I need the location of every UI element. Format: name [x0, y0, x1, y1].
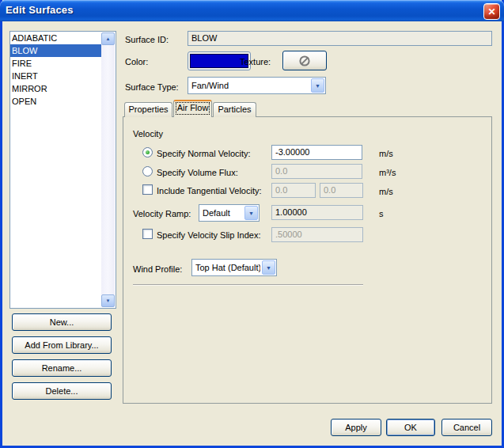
scroll-down-button[interactable]: ▼ — [101, 294, 115, 307]
include-tangential-velocity-checkbox[interactable] — [142, 184, 153, 195]
scroll-up-icon: ▲ — [106, 36, 111, 41]
velocity-ramp-dropdown[interactable]: Default ▼ — [199, 204, 260, 222]
texture-label: Texture: — [240, 57, 271, 66]
tab-air-flow[interactable]: Air Flow — [173, 100, 212, 117]
scroll-down-icon: ▼ — [106, 298, 111, 303]
list-item[interactable]: MIRROR — [10, 82, 102, 95]
specify-normal-velocity-label: Specify Normal Velocity: — [157, 149, 251, 158]
surface-type-label: Surface Type: — [125, 82, 179, 92]
chevron-down-icon[interactable]: ▼ — [311, 78, 324, 93]
surface-type-value: Fan/Wind — [191, 81, 309, 90]
delete-button[interactable]: Delete... — [12, 382, 112, 400]
no-texture-icon — [298, 55, 311, 64]
texture-button[interactable] — [282, 51, 327, 70]
close-button[interactable]: ✕ — [483, 3, 500, 20]
apply-button[interactable]: Apply — [331, 419, 381, 436]
edit-surfaces-dialog: Edit Surfaces ✕ ADIABATIC BLOW FIRE INER… — [0, 0, 504, 448]
radio-selected-dot — [146, 150, 150, 154]
list-scrollbar[interactable]: ▲ ▼ — [101, 32, 115, 307]
velocity-ramp-time-field: 1.00000 — [271, 205, 363, 220]
list-item[interactable]: FIRE — [10, 57, 102, 70]
specify-velocity-slip-index-checkbox[interactable] — [142, 229, 153, 239]
surface-list[interactable]: ADIABATIC BLOW FIRE INERT MIRROR OPEN ▲ … — [9, 31, 116, 309]
tab-properties[interactable]: Properties — [124, 102, 172, 117]
new-button[interactable]: New... — [12, 313, 112, 331]
title-bar[interactable]: Edit Surfaces ✕ — [0, 0, 504, 21]
include-tangential-velocity-label: Include Tangential Velocity: — [157, 186, 262, 196]
velocity-slip-index-field: .50000 — [271, 227, 363, 242]
section-divider — [133, 284, 363, 285]
close-icon: ✕ — [487, 6, 495, 17]
tangential-velocity-unit: m/s — [379, 187, 393, 196]
chevron-down-icon[interactable]: ▼ — [262, 260, 275, 275]
wind-profile-value: Top Hat (Default) — [195, 263, 260, 272]
specify-volume-flux-label: Specify Volume Flux: — [157, 168, 238, 177]
chevron-down-icon[interactable]: ▼ — [244, 206, 258, 220]
surface-id-label: Surface ID: — [125, 35, 169, 44]
tangential-velocity-field-1: 0.0 — [271, 183, 316, 198]
add-from-library-button[interactable]: Add From Library... — [12, 336, 112, 354]
normal-velocity-field[interactable]: -3.00000 — [271, 145, 362, 160]
volume-flux-field: 0.0 — [271, 164, 362, 179]
specify-velocity-slip-index-label: Specify Velocity Slip Index: — [157, 230, 260, 240]
scroll-up-button[interactable]: ▲ — [101, 32, 115, 45]
window-title: Edit Surfaces — [6, 4, 74, 16]
tab-particles[interactable]: Particles — [213, 102, 256, 117]
specify-volume-flux-radio[interactable] — [142, 166, 153, 177]
volume-flux-unit: m³/s — [379, 168, 396, 177]
specify-normal-velocity-radio[interactable] — [142, 147, 153, 158]
list-item[interactable]: INERT — [10, 70, 102, 82]
rename-button[interactable]: Rename... — [12, 359, 112, 377]
color-label: Color: — [125, 57, 148, 66]
normal-velocity-unit: m/s — [379, 149, 393, 158]
velocity-ramp-unit: s — [379, 209, 384, 218]
velocity-ramp-value: Default — [203, 208, 243, 218]
velocity-group-label: Velocity — [133, 129, 163, 139]
list-item[interactable]: OPEN — [10, 95, 102, 108]
velocity-ramp-label: Velocity Ramp: — [133, 209, 191, 218]
cancel-button[interactable]: Cancel — [441, 419, 492, 436]
wind-profile-label: Wind Profile: — [133, 264, 182, 274]
surface-id-field[interactable]: BLOW — [188, 31, 492, 46]
list-item-selected[interactable]: BLOW — [10, 44, 102, 57]
surface-type-dropdown[interactable]: Fan/Wind ▼ — [188, 77, 326, 94]
ok-button[interactable]: OK — [386, 419, 435, 436]
wind-profile-dropdown[interactable]: Top Hat (Default) ▼ — [191, 259, 277, 276]
list-item[interactable]: ADIABATIC — [10, 32, 102, 44]
tangential-velocity-field-2: 0.0 — [320, 183, 363, 198]
